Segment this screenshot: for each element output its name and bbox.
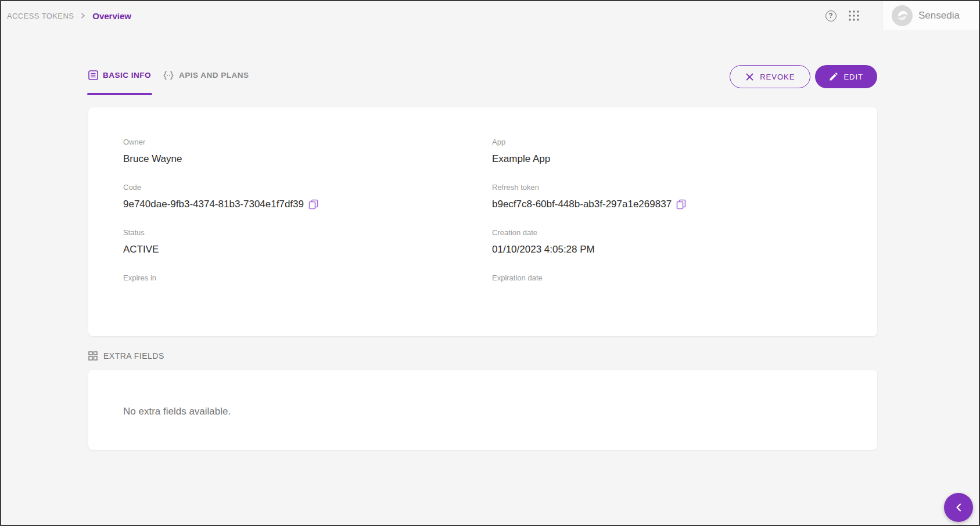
tabs-row: BASIC INFO APIS AND PLANS <box>88 65 877 95</box>
collapse-panel-fab[interactable] <box>944 493 973 522</box>
tab-apis-and-plans-label: APIS AND PLANS <box>179 71 249 80</box>
copy-code-button[interactable] <box>308 199 318 210</box>
refresh-token-value: b9ecf7c8-60bf-448b-ab3f-297a1e269837 <box>492 199 672 210</box>
revoke-button[interactable]: REVOKE <box>730 65 810 88</box>
sensedia-logo-icon <box>892 5 913 26</box>
empty-message: No extra fields available. <box>123 406 842 417</box>
field-label: Code <box>123 183 492 192</box>
copy-icon <box>676 199 686 210</box>
field-expires-in: Expires in <box>123 273 492 301</box>
list-alt-icon <box>88 70 98 80</box>
field-status: Status ACTIVE <box>123 228 492 255</box>
field-value: b9ecf7c8-60bf-448b-ab3f-297a1e269837 <box>492 198 842 210</box>
app-window: ACCESS TOKENS Overview ? <box>0 0 980 526</box>
breadcrumb-current-page: Overview <box>92 11 131 21</box>
field-app: App Example App <box>492 138 842 165</box>
extra-fields-header: EXTRA FIELDS <box>88 351 877 361</box>
field-owner: Owner Bruce Wayne <box>123 138 492 165</box>
status-value: ACTIVE <box>123 243 492 255</box>
field-refresh-token: Refresh token b9ecf7c8-60bf-448b-ab3f-29… <box>492 183 842 210</box>
field-label: App <box>492 138 842 146</box>
edit-button-label: EDIT <box>843 73 863 81</box>
field-value: Example App <box>492 153 842 165</box>
fields-grid: Owner Bruce Wayne App Example App Code 9… <box>123 138 842 319</box>
field-label: Status <box>123 228 492 237</box>
field-creation-date: Creation date 01/10/2023 4:05:28 PM <box>492 228 842 255</box>
action-buttons: REVOKE EDIT <box>730 65 877 95</box>
breadcrumb-access-tokens[interactable]: ACCESS TOKENS <box>7 12 74 20</box>
breadcrumb: ACCESS TOKENS Overview <box>1 11 131 21</box>
breadcrumb-chevron-icon <box>81 13 85 19</box>
field-value <box>492 289 842 301</box>
help-icon: ? <box>825 10 837 21</box>
field-label: Owner <box>123 138 492 146</box>
help-button[interactable]: ? <box>819 4 842 27</box>
code-braces-icon <box>163 71 174 80</box>
main-content: BASIC INFO APIS AND PLANS <box>88 65 877 450</box>
field-label: Expires in <box>123 273 492 282</box>
code-value: 9e740dae-9fb3-4374-81b3-7304e1f7df39 <box>123 199 304 210</box>
field-value: Bruce Wayne <box>123 153 492 165</box>
close-icon <box>745 73 754 81</box>
brand-name: Sensedia <box>918 10 960 21</box>
extra-fields-title: EXTRA FIELDS <box>103 351 164 361</box>
tab-basic-info-label: BASIC INFO <box>103 71 151 80</box>
field-code: Code 9e740dae-9fb3-4374-81b3-7304e1f7df3… <box>123 183 492 210</box>
field-value <box>123 289 492 301</box>
apps-grid-icon <box>849 10 859 21</box>
tab-basic-info[interactable]: BASIC INFO <box>88 70 151 95</box>
tabs: BASIC INFO APIS AND PLANS <box>88 70 249 95</box>
field-label: Refresh token <box>492 183 842 192</box>
basic-info-card: Owner Bruce Wayne App Example App Code 9… <box>88 107 877 336</box>
copy-refresh-token-button[interactable] <box>676 199 686 210</box>
topbar-right: ? Sensedia <box>819 1 979 30</box>
revoke-button-label: REVOKE <box>760 73 795 81</box>
topbar: ACCESS TOKENS Overview ? <box>1 1 979 30</box>
field-value: 9e740dae-9fb3-4374-81b3-7304e1f7df39 <box>123 198 492 210</box>
copy-icon <box>308 199 318 210</box>
edit-button[interactable]: EDIT <box>815 65 877 88</box>
extra-fields-card: No extra fields available. <box>88 370 877 450</box>
pencil-icon <box>829 73 838 81</box>
field-label: Expiration date <box>492 273 842 282</box>
apps-grid-button[interactable] <box>842 4 866 27</box>
field-expiration-date: Expiration date <box>492 273 842 301</box>
field-value: 01/10/2023 4:05:28 PM <box>492 243 842 255</box>
chevron-left-icon <box>955 503 962 512</box>
dashboard-grid-icon <box>88 351 98 361</box>
field-label: Creation date <box>492 228 842 237</box>
brand-area: Sensedia <box>882 1 979 30</box>
tab-apis-and-plans[interactable]: APIS AND PLANS <box>163 70 249 95</box>
